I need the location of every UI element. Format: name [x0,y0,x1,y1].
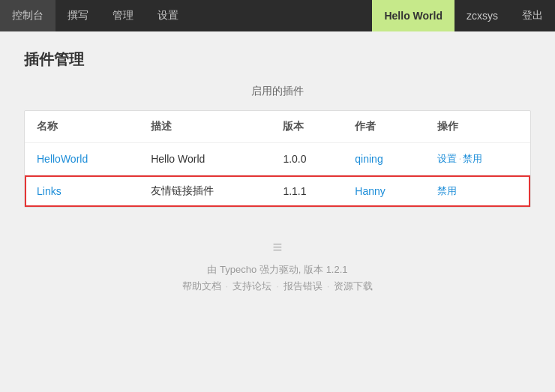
nav-item-settings[interactable]: 设置 [146,0,190,31]
footer-link[interactable]: 资源下载 [334,280,373,292]
plugin-name-link[interactable]: Links [37,185,62,197]
nav-item-logout[interactable]: 登出 [510,0,555,31]
footer-links: 帮助文档·支持论坛·报告错误·资源下载 [24,280,531,293]
footer-link[interactable]: 帮助文档 [182,280,221,292]
nav-item-write[interactable]: 撰写 [56,0,100,31]
plugin-version: 1.0.0 [271,143,343,175]
action-link-禁用[interactable]: 禁用 [463,153,482,164]
plugin-table: 名称 描述 版本 作者 操作 HelloWorldHello World1.0.… [25,111,530,207]
plugin-desc: 友情链接插件 [139,175,271,208]
plugin-desc: Hello World [139,143,271,175]
footer-link[interactable]: 报告错误 [284,280,322,292]
footer: ≡ 由 Typecho 强力驱动, 版本 1.2.1 帮助文档·支持论坛·报告错… [24,238,531,293]
footer-link-separator: · [276,280,279,292]
col-header-desc: 描述 [139,111,271,143]
navbar: 控制台 撰写 管理 设置 Hello World zcxsys 登出 [0,0,555,31]
plugin-actions: 禁用 [425,175,530,208]
footer-link[interactable]: 支持论坛 [232,280,272,292]
nav-item-hello-world[interactable]: Hello World [372,0,454,31]
col-header-version: 版本 [271,111,343,143]
table-row: Links友情链接插件1.1.1Hanny禁用 [25,175,530,208]
plugin-author: qining [343,143,425,175]
nav-item-username[interactable]: zcxsys [454,0,510,31]
footer-link-separator: · [327,280,330,292]
page-title: 插件管理 [24,49,531,70]
col-header-name: 名称 [25,111,139,143]
table-row: HelloWorldHello World1.0.0qining设置·禁用 [25,143,530,175]
plugin-author-link[interactable]: qining [355,153,382,165]
section-label: 启用的插件 [24,85,531,98]
plugin-actions: 设置·禁用 [425,143,530,175]
footer-icon: ≡ [24,238,531,257]
footer-powered: 由 Typecho 强力驱动, 版本 1.2.1 [24,263,531,277]
action-separator: · [458,152,461,164]
col-header-author: 作者 [343,111,425,143]
footer-link-separator: · [226,280,229,292]
table-header-row: 名称 描述 版本 作者 操作 [25,111,530,143]
plugin-name-link[interactable]: HelloWorld [37,153,88,165]
action-link-设置[interactable]: 设置 [437,153,457,164]
col-header-actions: 操作 [425,111,530,143]
plugin-author-link[interactable]: Hanny [355,185,385,197]
plugin-version: 1.1.1 [271,175,343,208]
nav-item-console[interactable]: 控制台 [0,0,56,31]
main-content: 插件管理 启用的插件 名称 描述 版本 作者 操作 HelloWorldHell… [0,31,555,311]
plugin-table-card: 名称 描述 版本 作者 操作 HelloWorldHello World1.0.… [24,110,531,208]
nav-item-manage[interactable]: 管理 [100,0,146,31]
plugin-author: Hanny [343,175,425,208]
action-link-禁用[interactable]: 禁用 [437,185,457,196]
